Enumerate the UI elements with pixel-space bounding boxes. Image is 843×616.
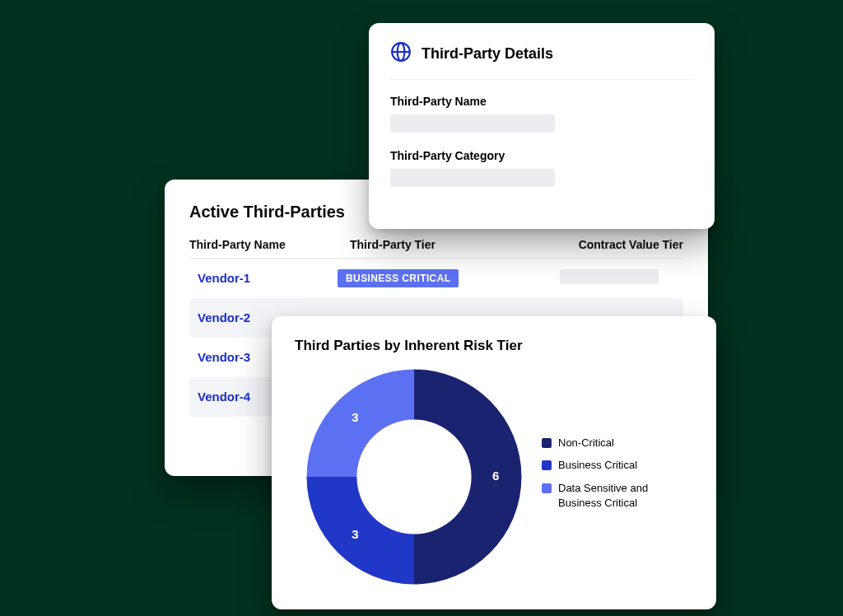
- col-header-name: Third-Party Name: [189, 238, 338, 251]
- col-header-contract-value: Contract Value Tier: [543, 238, 683, 251]
- vendor-link[interactable]: Vendor-4: [198, 390, 250, 404]
- chart-title: Third Parties by Inherent Risk Tier: [295, 338, 693, 354]
- donut-segment[interactable]: [307, 370, 415, 478]
- donut-value-label: 6: [492, 469, 499, 483]
- field-label-category: Third-Party Category: [390, 149, 693, 162]
- contract-value-placeholder: [560, 269, 659, 284]
- donut-value-label: 3: [352, 527, 358, 541]
- risk-tier-chart-card: Third Parties by Inherent Risk Tier 633 …: [272, 316, 716, 609]
- legend-item: Data Sensitive and Business Critical: [542, 481, 665, 510]
- vendor-link[interactable]: Vendor-3: [198, 350, 250, 364]
- legend-swatch: [542, 438, 552, 448]
- third-party-category-input[interactable]: [390, 169, 555, 187]
- donut-segment[interactable]: [307, 477, 415, 585]
- chart-legend: Non-CriticalBusiness CriticalData Sensit…: [542, 436, 665, 518]
- col-header-tier: Third-Party Tier: [350, 238, 531, 251]
- legend-swatch: [542, 483, 552, 493]
- donut-segment[interactable]: [414, 370, 522, 585]
- donut-chart: 633: [295, 357, 533, 596]
- table-row[interactable]: Vendor-1 BUSINESS CRITICAL: [189, 259, 683, 298]
- legend-label: Non-Critical: [558, 436, 614, 450]
- third-party-details-card: Third-Party Details Third-Party Name Thi…: [369, 23, 715, 229]
- legend-swatch: [542, 460, 552, 470]
- globe-icon: [390, 41, 412, 66]
- donut-value-label: 3: [352, 410, 358, 424]
- third-party-name-input[interactable]: [390, 114, 555, 133]
- table-header: Third-Party Name Third-Party Tier Contra…: [189, 238, 683, 259]
- vendor-link[interactable]: Vendor-2: [198, 310, 250, 324]
- legend-item: Business Critical: [542, 458, 665, 473]
- field-label-name: Third-Party Name: [390, 95, 693, 108]
- vendor-link[interactable]: Vendor-1: [198, 271, 250, 285]
- legend-item: Non-Critical: [542, 436, 665, 450]
- legend-label: Data Sensitive and Business Critical: [558, 481, 665, 510]
- tier-badge: BUSINESS CRITICAL: [338, 269, 459, 287]
- legend-label: Business Critical: [558, 458, 637, 473]
- details-title: Third-Party Details: [422, 45, 553, 63]
